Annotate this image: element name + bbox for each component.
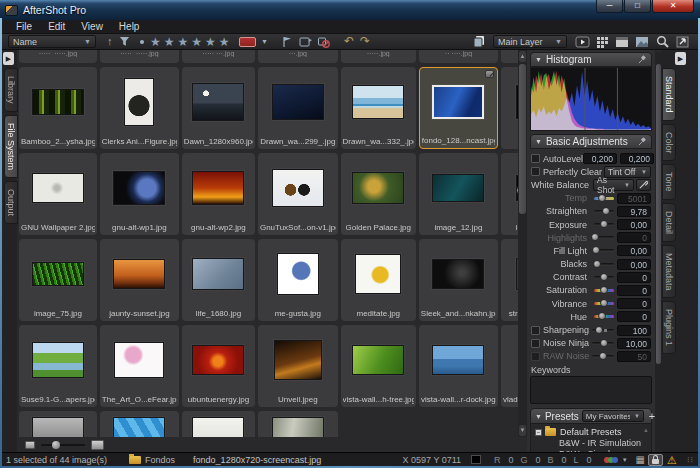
thumbnail-cell[interactable]: Unveil.jpeg (258, 325, 338, 407)
current-folder[interactable]: Fondos (145, 455, 175, 465)
close-button[interactable]: ✕ (652, 0, 694, 13)
thumbnail-cell[interactable]: gnu-alt-wp1.jpg (100, 153, 179, 235)
flag-rejected-icon[interactable] (318, 36, 330, 48)
star-icon[interactable]: ★ (164, 35, 175, 49)
thumbnail-cell[interactable]: fondo_128...ncast.jpg (419, 67, 498, 149)
hue-value[interactable]: 0 (617, 311, 651, 322)
presets-favorites-dropdown[interactable]: My Favorites▼ (582, 410, 644, 422)
thumbnail-cell-partial[interactable]: ·····.jpg (341, 50, 416, 63)
noise-ninja-slider[interactable] (592, 342, 614, 345)
thumbnail-cell[interactable]: life_1680.jpg (182, 239, 255, 321)
slideshow-icon[interactable] (573, 35, 591, 49)
panel-scrollbar[interactable] (655, 52, 662, 450)
saturation-slider[interactable] (594, 289, 614, 292)
fill-light-value[interactable]: 0,00 (617, 245, 651, 256)
color-management-icon[interactable] (606, 457, 618, 463)
collapse-left-pane-icon[interactable]: ▶ (3, 52, 14, 65)
thumbnail-cell[interactable]: fsfgnu.jpg (501, 67, 518, 149)
tab-detail[interactable]: Detail (662, 203, 676, 242)
slider-thumb[interactable] (598, 194, 606, 202)
histogram-header[interactable]: ▼ Histogram (530, 52, 652, 67)
slider-thumb[interactable] (595, 326, 603, 334)
slider-thumb[interactable] (600, 299, 608, 307)
resize-grip[interactable]: ⁝⁝ (687, 455, 694, 464)
presets-scroll-up-icon[interactable]: ▲ (643, 427, 649, 433)
color-label-chevron-icon[interactable]: ▼ (261, 35, 268, 48)
temp-slider[interactable] (594, 197, 614, 200)
layer-selector-dropdown[interactable]: Main Layer▼ (493, 35, 567, 48)
menu-view[interactable]: View (73, 21, 111, 32)
thumbnail-cell[interactable]: meditate.jpg (341, 239, 416, 321)
title-bar[interactable]: AfterShot Pro ─ □ ✕ (0, 0, 700, 20)
maximize-button[interactable]: □ (624, 0, 651, 13)
thumbnail-grid-view-icon[interactable] (593, 35, 611, 49)
raw-noise-checkbox[interactable] (531, 352, 540, 361)
scrollbar-thumb[interactable] (656, 64, 661, 364)
thumbnail-cell[interactable]: Drawn_wa...299_.jpg (258, 67, 338, 149)
magnifier-icon[interactable] (653, 35, 671, 49)
sort-field-dropdown[interactable]: Name▼ (8, 35, 96, 48)
browse-view-icon[interactable] (613, 35, 631, 49)
preset-item[interactable]: B&W - IR Simulation (535, 438, 651, 449)
noise-ninja-value[interactable]: 10,00 (617, 338, 651, 349)
thumbnail-cell[interactable]: gnu-alt-wp2.jpg (182, 153, 255, 235)
vibrance-value[interactable]: 0 (617, 298, 651, 309)
image-view-icon[interactable] (633, 35, 651, 49)
slider-thumb[interactable] (602, 207, 610, 215)
fullscreen-icon[interactable] (673, 35, 691, 49)
hue-slider[interactable] (594, 315, 614, 318)
thumbnail-cell[interactable]: Golden Palace.jpg (341, 153, 416, 235)
slider-thumb[interactable] (600, 273, 608, 281)
fill-light-slider[interactable] (594, 249, 614, 252)
slider-thumb[interactable] (600, 286, 608, 294)
thumbnail-cell[interactable]: stripes114_kde.jpg (501, 239, 518, 321)
autolevel-checkbox[interactable] (531, 154, 540, 163)
raw-noise-slider[interactable] (592, 355, 614, 358)
rotate-right-icon[interactable]: ↷ (360, 35, 370, 48)
rating-none-dot[interactable] (140, 40, 144, 44)
slider-thumb[interactable] (52, 441, 60, 449)
temp-value[interactable]: 5001 (617, 193, 651, 204)
thumbnail-cell[interactable]: image_75.jpg (19, 239, 97, 321)
basic-adjustments-header[interactable]: ▼ Basic Adjustments (530, 134, 652, 149)
pin-icon[interactable] (638, 137, 647, 146)
thumbnail-cell-partial[interactable]: ·····_·····.jpg (19, 50, 97, 63)
lock-icon[interactable] (648, 454, 663, 466)
thumbnail-cell[interactable]: GNU Wallpaper 2.jpg (19, 153, 97, 235)
thumbnail-cell[interactable]: GnuTuxSof...on-v1.jpg (258, 153, 338, 235)
slider-thumb[interactable] (598, 312, 606, 320)
star-icon[interactable]: ★ (178, 35, 189, 49)
presets-folder-row[interactable]: − Default Presets (535, 426, 651, 438)
collapse-right-pane-icon[interactable]: ▶ (675, 52, 686, 65)
highlights-value[interactable]: 0 (617, 232, 651, 243)
saturation-value[interactable]: 0 (617, 285, 651, 296)
thumbnail-cell[interactable]: me-gusta.jpg (258, 239, 338, 321)
chevron-down-icon[interactable]: ▼ (622, 457, 628, 463)
contrast-slider[interactable] (594, 276, 614, 279)
slider-thumb[interactable] (600, 220, 608, 228)
thumbnail-cell[interactable]: vladstudio...0x1024.jpg (501, 325, 518, 407)
noise-ninja-checkbox[interactable] (531, 339, 540, 348)
thumbnail-size-slider[interactable] (41, 444, 85, 446)
filter-icon[interactable] (119, 36, 130, 47)
tab-standard[interactable]: Standard (662, 68, 676, 121)
star-icon[interactable]: ★ (191, 35, 202, 49)
thumbnail-cell-partial[interactable]: ····· ···.jpg (182, 50, 255, 63)
tab-library[interactable]: Library (4, 68, 18, 112)
exposure-value[interactable]: 0,00 (617, 219, 651, 230)
menu-file[interactable]: File (8, 21, 40, 32)
star-icon[interactable]: ★ (205, 35, 216, 49)
menu-edit[interactable]: Edit (40, 21, 73, 32)
collapse-triangle-icon[interactable]: ▼ (535, 413, 542, 420)
scroll-up-icon[interactable]: ▲ (519, 51, 526, 62)
straighten-slider[interactable] (594, 210, 614, 213)
sharpening-slider[interactable] (592, 329, 614, 332)
tab-tone[interactable]: Tone (662, 164, 676, 200)
autolevel-low-value[interactable]: 0,200 (583, 153, 617, 164)
slider-thumb[interactable] (599, 352, 607, 360)
tab-color[interactable]: Color (662, 124, 676, 162)
minimize-button[interactable]: ─ (596, 0, 623, 13)
star-icon[interactable]: ★ (219, 35, 230, 49)
slider-thumb[interactable] (600, 339, 608, 347)
thumbnail-cell[interactable]: Clerks Ani...Figure.jpg (100, 67, 179, 149)
